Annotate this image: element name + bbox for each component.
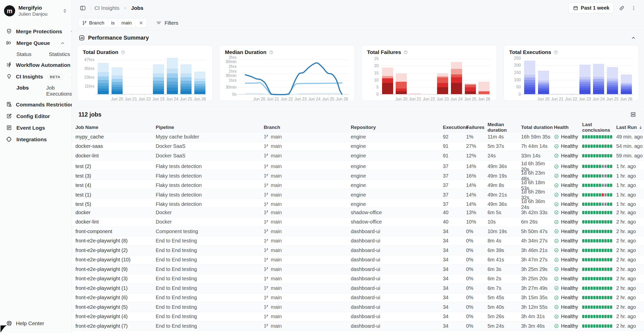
breadcrumb-ci-insights[interactable]: CI Insights: [94, 5, 119, 11]
table-row[interactable]: test (5)Flaky tests detectionmainengine3…: [72, 198, 644, 208]
table-row[interactable]: front-e2e-playwright (5)End to End testi…: [72, 302, 644, 312]
table-row[interactable]: docker-lintDocker SaaSmainengine9112%24s…: [72, 151, 644, 160]
cell-last-run: 2 hr. ago: [616, 257, 644, 263]
help-icon: [121, 50, 125, 55]
sidebar-item-jobs[interactable]: Jobs: [3, 82, 32, 99]
sidebar-item-integrations[interactable]: Integrations: [3, 134, 69, 145]
filter-chip-value[interactable]: main: [118, 18, 135, 27]
table-row[interactable]: test (4)Flaky tests detectionmainengine3…: [72, 179, 644, 189]
conclusion-success-block: [593, 258, 596, 261]
table-row[interactable]: front-testUnit testingmaindashboard-ui34…: [72, 331, 644, 333]
sidebar-item-statistics[interactable]: Statistics: [35, 49, 72, 59]
column-header-median-duration[interactable]: Median duration: [488, 122, 521, 133]
sidebar-item-commands-restrictions[interactable]: Commands Restrictions: [3, 99, 69, 110]
table-row[interactable]: front-e2e-playwright (3)End to End testi…: [72, 274, 644, 284]
bar-segment: [167, 78, 178, 81]
conclusion-success-block: [588, 220, 590, 224]
table-row[interactable]: mypy_cacheMypy cache buildermainengine92…: [72, 132, 644, 142]
table-row[interactable]: test (1)Flaky tests detectionmainengine3…: [72, 189, 644, 198]
cell-branch: main: [264, 229, 351, 234]
bar-segment: [112, 75, 123, 79]
bar-segment: [98, 76, 109, 80]
cell-branch: main: [264, 266, 351, 272]
sidebar-item-merge-protections[interactable]: Merge Protections: [3, 26, 69, 37]
conclusion-success-block: [593, 193, 596, 197]
collapse-section-button[interactable]: [629, 34, 637, 42]
cell-total-duration: 3h 12m 55s: [521, 304, 554, 310]
chevron-up-icon: [630, 35, 636, 41]
table-row[interactable]: front-e2e-playwright (10)End to End test…: [72, 255, 644, 265]
column-header-last-run[interactable]: Last Run: [616, 125, 644, 130]
health-label: Healthy: [561, 134, 578, 140]
sort-desc-icon: [638, 125, 643, 130]
cell-median-duration: 6m 2s: [488, 276, 521, 282]
table-row[interactable]: test (2)Flaky tests detectionmainengine3…: [72, 160, 644, 170]
column-header-executions[interactable]: Executions: [443, 125, 466, 130]
column-header-branch[interactable]: Branch: [264, 125, 351, 130]
bar-segment: [167, 91, 178, 94]
table-row[interactable]: front-e2e-playwright (7)End to End testi…: [72, 321, 644, 331]
git-branch-icon: [264, 276, 269, 281]
workflow-icon: [6, 62, 12, 68]
more-options-button[interactable]: [630, 4, 637, 12]
conclusion-success-block: [593, 184, 596, 187]
column-header-total-duration[interactable]: Total duration: [521, 125, 554, 130]
table-row[interactable]: front-e2e-playwright (2)End to End testi…: [72, 245, 644, 255]
column-header-job-name[interactable]: Job Name: [75, 125, 156, 130]
branch-name: main: [271, 153, 282, 159]
sidebar-item-config-editor[interactable]: Config Editor: [3, 110, 69, 122]
table-row[interactable]: test (3)Flaky tests detectionmainengine3…: [72, 170, 644, 179]
sidebar-item-job-executions[interactable]: Job Executions: [32, 82, 72, 99]
conclusion-success-block: [591, 203, 593, 206]
bar-segment: [593, 88, 604, 90]
bar-jun-19: [524, 61, 535, 94]
cell-job-name: front-e2e-playwright (8): [75, 238, 156, 244]
conclusion-success-block: [610, 220, 612, 224]
conclusion-success-block: [588, 230, 590, 233]
sidebar-item-ci-insights[interactable]: CI InsightsBETA: [3, 71, 69, 82]
column-header-pipeline[interactable]: Pipeline: [156, 125, 264, 130]
branch-name: main: [271, 276, 282, 282]
copy-link-button[interactable]: [618, 4, 626, 12]
table-row[interactable]: front-e2e-playwright (9)End to End testi…: [72, 264, 644, 274]
org-switcher[interactable]: m Mergifyio Julien Danjou: [0, 0, 72, 21]
conclusion-success-block: [610, 211, 612, 214]
table-row[interactable]: docker-lintDockermainshadow-office4010%1…: [72, 217, 644, 227]
cell-median-duration: 49m 36s: [488, 201, 521, 207]
filter-chip-remove[interactable]: [135, 18, 147, 27]
health-label: Healthy: [561, 266, 578, 272]
sidebar-item-workflow-automation[interactable]: Workflow Automation: [3, 59, 69, 71]
table-row[interactable]: front-e2e-playwright (1)End to End testi…: [72, 283, 644, 293]
help-center[interactable]: Help Center: [0, 315, 72, 333]
bar-segment: [593, 84, 604, 86]
table-row[interactable]: front-e2e-playwright (8)End to End testi…: [72, 236, 644, 246]
table-row[interactable]: front-componentComponent testingmaindash…: [72, 227, 644, 236]
table-row[interactable]: dockerDockermainshadow-office4013%6m 5s3…: [72, 208, 644, 217]
filter-chip-field[interactable]: Branch: [79, 18, 108, 27]
column-header-repository[interactable]: Repository: [351, 125, 443, 130]
filter-chip-operator[interactable]: is: [108, 18, 118, 27]
column-header-health[interactable]: Health: [554, 125, 582, 130]
conclusion-success-block: [610, 193, 612, 197]
sidebar-item-event-logs[interactable]: Event Logs: [3, 122, 69, 134]
sidebar-item-label: Commands Restrictions: [16, 102, 72, 108]
date-range-button[interactable]: Past 1 week: [569, 3, 614, 13]
column-header-last-conclusions[interactable]: Last conclusions: [582, 122, 616, 133]
view-toggle-button[interactable]: [629, 110, 637, 119]
sidebar-item-status[interactable]: Status: [3, 49, 35, 59]
conclusion-success-block: [585, 296, 587, 299]
sidebar-item-merge-queue[interactable]: Merge Queue: [3, 37, 69, 49]
bar-segment: [607, 89, 618, 91]
sidebar-toggle-button[interactable]: [78, 4, 87, 12]
filters-button[interactable]: Filters: [156, 20, 178, 26]
table-row[interactable]: front-e2e-playwright (6)End to End testi…: [72, 293, 644, 302]
conclusion-success-block: [593, 135, 596, 138]
cell-last-run: 2 hr. ago: [616, 276, 644, 282]
cell-last-conclusions: [582, 249, 616, 252]
check-circle-icon: [554, 267, 559, 272]
table-row[interactable]: front-e2e-playwright (4)End to End testi…: [72, 312, 644, 321]
column-header-failures[interactable]: Failures: [466, 125, 488, 130]
conclusion-success-block: [585, 306, 587, 309]
table-row[interactable]: docker-saasDocker SaaSmainengine9127%5m …: [72, 142, 644, 151]
conclusion-success-block: [591, 315, 593, 318]
